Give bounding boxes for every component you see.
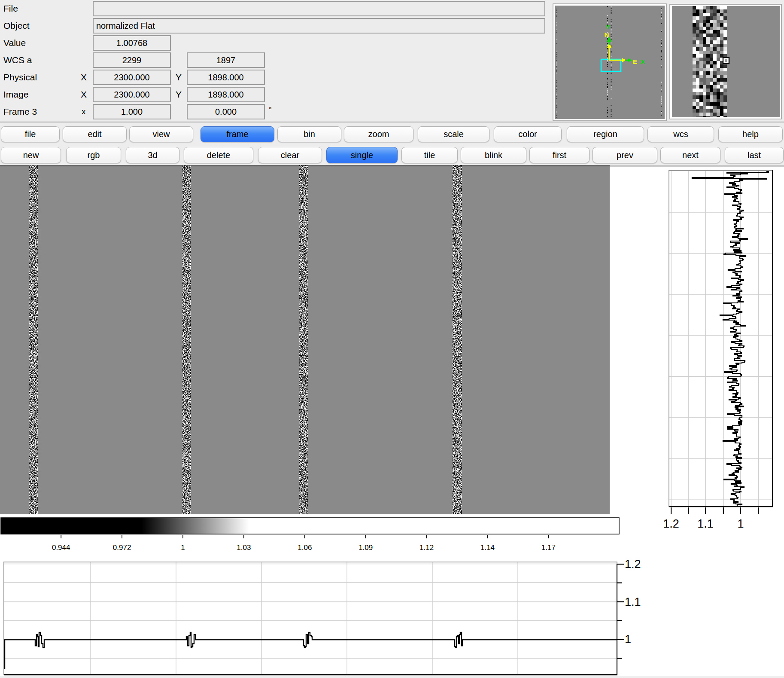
svg-text:1.06: 1.06 [298, 544, 312, 552]
svg-text:E: E [633, 58, 637, 65]
svg-text:1.14: 1.14 [480, 544, 495, 552]
svg-text:0.944: 0.944 [52, 544, 70, 552]
svg-text:1.09: 1.09 [359, 544, 373, 552]
svg-text:1.12: 1.12 [419, 544, 434, 552]
svg-text:1.2: 1.2 [663, 517, 679, 530]
svg-text:X: X [641, 58, 645, 65]
svg-text:1.1: 1.1 [625, 596, 641, 608]
svg-text:1.17: 1.17 [541, 544, 556, 552]
svg-text:1.1: 1.1 [697, 517, 714, 530]
svg-text:1: 1 [181, 544, 185, 552]
svg-text:0.972: 0.972 [113, 544, 131, 552]
svg-text:Y: Y [606, 23, 610, 31]
svg-text:1.03: 1.03 [237, 544, 251, 552]
svg-text:1.2: 1.2 [625, 558, 641, 571]
svg-text:1: 1 [737, 517, 744, 530]
svg-text:N: N [605, 31, 609, 38]
svg-text:1: 1 [625, 633, 631, 646]
